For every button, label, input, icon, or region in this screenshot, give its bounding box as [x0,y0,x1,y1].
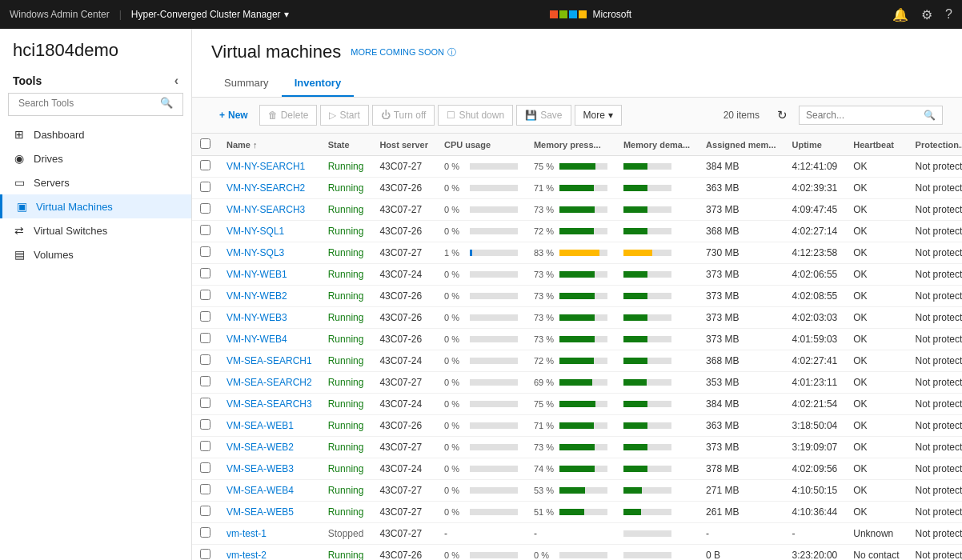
cluster-label[interactable]: Hyper-Converged Cluster Manager ▾ [131,9,289,20]
row-checkbox-cell[interactable] [192,242,218,264]
notification-icon[interactable]: 🔔 [892,7,908,22]
row-checkbox[interactable] [200,506,210,516]
vm-name-cell[interactable]: VM-SEA-WEB2 [218,437,320,458]
col-uptime[interactable]: Uptime [784,134,846,156]
save-button[interactable]: 💾 Save [516,105,571,126]
search-input[interactable] [18,98,160,109]
vm-name-cell[interactable]: VM-NY-WEB1 [218,264,320,286]
vm-name-cell[interactable]: vm-test-2 [218,545,320,561]
sidebar-item-volumes[interactable]: ▤ Volumes [0,242,191,266]
vm-name-cell[interactable]: VM-SEA-SEARCH1 [218,350,320,372]
row-checkbox[interactable] [200,484,210,494]
row-checkbox-cell[interactable] [192,199,218,221]
row-checkbox-cell[interactable] [192,480,218,502]
vm-name-cell[interactable]: VM-SEA-WEB4 [218,480,320,502]
row-checkbox-cell[interactable] [192,286,218,307]
vm-link[interactable]: VM-SEA-WEB3 [226,463,294,474]
vm-link[interactable]: VM-SEA-WEB1 [226,420,294,431]
col-cpu[interactable]: CPU usage [436,134,526,156]
col-assigned[interactable]: Assigned mem... [698,134,784,156]
row-checkbox-cell[interactable] [192,502,218,523]
vm-link[interactable]: VM-SEA-WEB2 [226,442,294,453]
vm-link[interactable]: VM-SEA-WEB5 [226,506,294,518]
tab-inventory[interactable]: Inventory [282,70,355,97]
vm-name-cell[interactable]: VM-NY-SEARCH2 [218,178,320,199]
row-checkbox-cell[interactable] [192,415,218,437]
vm-name-cell[interactable]: VM-SEA-WEB3 [218,458,320,480]
row-checkbox-cell[interactable] [192,329,218,350]
row-checkbox-cell[interactable] [192,394,218,415]
more-button[interactable]: More ▾ [575,105,622,126]
select-all-checkbox[interactable] [200,138,210,149]
row-checkbox-cell[interactable] [192,437,218,458]
vm-link[interactable]: VM-NY-WEB4 [226,334,287,345]
row-checkbox-cell[interactable] [192,221,218,242]
sidebar-item-dashboard[interactable]: ⊞ Dashboard [0,122,191,146]
vm-link[interactable]: VM-SEA-SEARCH1 [226,355,312,366]
col-mem-dema[interactable]: Memory dema... [615,134,698,156]
vm-link[interactable]: vm-test-1 [226,528,267,539]
toolbar-search-input[interactable] [806,110,924,121]
shutdown-button[interactable]: ☐ Shut down [438,105,513,126]
vm-link[interactable]: VM-NY-WEB3 [226,312,287,323]
vm-link[interactable]: VM-NY-SEARCH1 [226,161,305,172]
row-checkbox-cell[interactable] [192,264,218,286]
row-checkbox[interactable] [200,419,210,430]
vm-link[interactable]: VM-SEA-SEARCH2 [226,377,312,388]
row-checkbox[interactable] [200,182,210,192]
col-host[interactable]: Host server [371,134,436,156]
row-checkbox[interactable] [200,290,210,300]
vm-link[interactable]: VM-NY-SEARCH3 [226,204,305,215]
row-checkbox[interactable] [200,354,210,365]
row-checkbox-cell[interactable] [192,307,218,329]
row-checkbox-cell[interactable] [192,372,218,394]
vm-name-cell[interactable]: VM-SEA-WEB1 [218,415,320,437]
settings-icon[interactable]: ⚙ [921,7,932,22]
new-button[interactable]: + New [211,106,256,125]
col-mem-press[interactable]: Memory press... [526,134,615,156]
row-checkbox[interactable] [200,527,210,538]
vm-name-cell[interactable]: VM-NY-WEB4 [218,329,320,350]
vm-name-cell[interactable]: VM-NY-SQL3 [218,242,320,264]
row-checkbox[interactable] [200,376,210,386]
vm-name-cell[interactable]: VM-SEA-SEARCH2 [218,372,320,394]
row-checkbox[interactable] [200,462,210,473]
start-button[interactable]: ▷ Start [320,105,368,126]
row-checkbox-cell[interactable] [192,523,218,545]
row-checkbox-cell[interactable] [192,178,218,199]
vm-name-cell[interactable]: VM-SEA-SEARCH3 [218,394,320,415]
collapse-icon[interactable]: ‹ [174,74,178,88]
help-icon[interactable]: ? [945,7,952,22]
row-checkbox[interactable] [200,333,210,343]
row-checkbox[interactable] [200,160,210,170]
row-checkbox-cell[interactable] [192,545,218,561]
col-name[interactable]: Name ↑ [218,134,320,156]
vm-link[interactable]: VM-NY-WEB1 [226,269,287,280]
turnoff-button[interactable]: ⏻ Turn off [372,105,435,126]
row-checkbox[interactable] [200,549,210,559]
vm-name-cell[interactable]: VM-NY-WEB3 [218,307,320,329]
row-checkbox[interactable] [200,225,210,235]
vm-link[interactable]: VM-NY-SEARCH2 [226,182,305,194]
vm-link[interactable]: VM-SEA-SEARCH3 [226,398,312,410]
vm-link[interactable]: VM-NY-SQL1 [226,226,284,237]
vm-name-cell[interactable]: vm-test-1 [218,523,320,545]
sidebar-item-drives[interactable]: ◉ Drives [0,146,191,170]
col-heartbeat[interactable]: Heartbeat [845,134,907,156]
row-checkbox[interactable] [200,246,210,257]
row-checkbox[interactable] [200,398,210,408]
vm-name-cell[interactable]: VM-NY-SEARCH1 [218,156,320,178]
row-checkbox[interactable] [200,311,210,322]
row-checkbox[interactable] [200,268,210,278]
row-checkbox-cell[interactable] [192,458,218,480]
row-checkbox-cell[interactable] [192,156,218,178]
vm-name-cell[interactable]: VM-NY-WEB2 [218,286,320,307]
vm-link[interactable]: VM-SEA-WEB4 [226,485,294,496]
col-protection[interactable]: Protection... [908,134,962,156]
vm-link[interactable]: VM-NY-SQL3 [226,247,284,258]
row-checkbox[interactable] [200,203,210,214]
sidebar-item-virtual-machines[interactable]: ▣ Virtual Machines [0,194,191,218]
vm-name-cell[interactable]: VM-NY-SEARCH3 [218,199,320,221]
delete-button[interactable]: 🗑 Delete [259,105,318,126]
vm-name-cell[interactable]: VM-NY-SQL1 [218,221,320,242]
